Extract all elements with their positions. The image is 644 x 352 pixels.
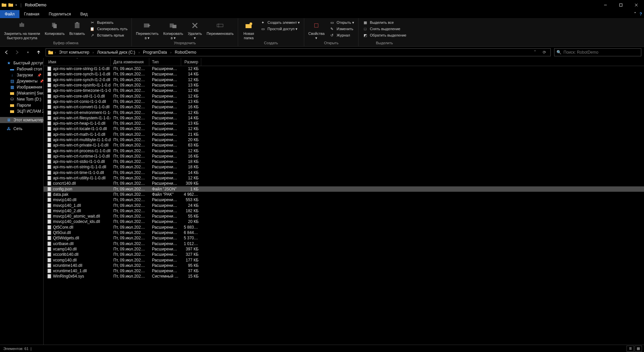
file-row[interactable]: api-ms-win-crt-private-l1-1-0.dllПт, 09.… bbox=[44, 142, 644, 148]
col-name-header[interactable]: Имя˄ bbox=[44, 58, 111, 66]
file-row[interactable]: vcruntime140_1.dllПт, 09.июл.2021 15:00Р… bbox=[44, 268, 644, 274]
file-row[interactable]: msvcp140.dllПт, 09.июл.2021 15:00Расшире… bbox=[44, 197, 644, 202]
paste-button[interactable]: Вставить bbox=[67, 19, 87, 36]
paste-shortcut-button[interactable]: ↗Вставить ярлык bbox=[88, 32, 129, 38]
file-row[interactable]: api-ms-win-crt-string-l1-1-0.dllПт, 09.и… bbox=[44, 164, 644, 170]
close-button[interactable] bbox=[629, 0, 644, 10]
sidebar-passwords[interactable]: Пароли bbox=[0, 102, 43, 108]
search-input[interactable] bbox=[564, 50, 639, 55]
sidebar-documents[interactable]: ▤Документы📌 bbox=[0, 78, 43, 84]
sidebar-network[interactable]: 🖧Сеть bbox=[0, 126, 43, 132]
ribbon-collapse-button[interactable]: ˄ bbox=[634, 11, 636, 17]
copy-to-button[interactable]: Копировать в ▾ bbox=[161, 19, 185, 40]
breadcrumb-programdata[interactable]: ProgramData bbox=[141, 50, 169, 55]
file-row[interactable]: vccorlib140.dllПт, 09.июл.2021 15:00Расш… bbox=[44, 252, 644, 257]
easy-access-button[interactable]: ▭Простой доступ ▾ bbox=[258, 26, 302, 32]
view-details-button[interactable]: ≣ bbox=[627, 346, 634, 352]
file-row[interactable]: concrt140.dllПт, 09.июл.2021 15:00Расшир… bbox=[44, 181, 644, 186]
file-row[interactable]: api-ms-win-core-synch-l1-1-0.dllПт, 09.и… bbox=[44, 71, 644, 77]
file-row[interactable]: data.pakПт, 09.июл.2021 15:00Файл "PAK"4… bbox=[44, 192, 644, 197]
file-row[interactable]: Qt5Gui.dllПт, 09.июл.2021 15:00Расширени… bbox=[44, 230, 644, 235]
search-box[interactable]: 🔍 bbox=[554, 48, 641, 56]
copy-button[interactable]: Копировать bbox=[43, 19, 66, 36]
breadcrumb-thispc[interactable]: Этот компьютер bbox=[57, 50, 91, 55]
tab-home[interactable]: Главная bbox=[19, 10, 44, 18]
file-row[interactable]: api-ms-win-core-sysinfo-l1-1-0.dllПт, 09… bbox=[44, 82, 644, 88]
refresh-button[interactable]: ⟳ bbox=[540, 48, 548, 56]
chevron-right-icon[interactable]: › bbox=[139, 51, 140, 54]
tab-file[interactable]: Файл bbox=[0, 10, 19, 18]
tab-share[interactable]: Поделиться bbox=[44, 10, 75, 18]
select-none-button[interactable]: □Снять выделение bbox=[361, 26, 409, 32]
nav-forward-button[interactable] bbox=[13, 49, 21, 56]
file-row[interactable]: vcomp140.dllПт, 09.июл.2021 15:00Расшире… bbox=[44, 257, 644, 262]
file-row[interactable]: msvcp140_atomic_wait.dllПт, 09.июл.2021 … bbox=[44, 214, 644, 219]
file-row[interactable]: api-ms-win-core-timezone-l1-1-0.dllПт, 0… bbox=[44, 88, 644, 93]
breadcrumb-disk[interactable]: Локальный диск (C:) bbox=[95, 50, 137, 55]
sidebar-newtom[interactable]: ⛁New Tom (D:) bbox=[0, 96, 43, 102]
new-item-button[interactable]: ✦Создать элемент ▾ bbox=[258, 19, 302, 25]
sidebar-quick-access[interactable]: ★Быстрый доступ bbox=[0, 60, 43, 66]
sidebar-ecp[interactable]: ЭЦП ИСЛАМ 2021 bbox=[0, 108, 43, 114]
file-row[interactable]: msvcp140_codecvt_ids.dllПт, 09.июл.2021 … bbox=[44, 219, 644, 224]
breadcrumb-folder[interactable]: RobotDemo bbox=[173, 50, 198, 55]
file-row[interactable]: api-ms-win-core-string-l1-1-0.dllПт, 09.… bbox=[44, 66, 644, 71]
move-to-button[interactable]: Переместить в ▾ bbox=[134, 19, 160, 40]
file-row[interactable]: api-ms-win-crt-time-l1-1-0.dllПт, 09.июл… bbox=[44, 170, 644, 175]
nav-recent-button[interactable]: ▾ bbox=[24, 49, 32, 56]
file-row[interactable]: api-ms-win-crt-stdio-l1-1-0.dllПт, 09.ию… bbox=[44, 159, 644, 164]
col-date-header[interactable]: Дата изменения bbox=[111, 58, 149, 66]
rename-button[interactable]: Переименовать bbox=[205, 19, 236, 36]
file-row[interactable]: api-ms-win-crt-process-l1-1-0.dllПт, 09.… bbox=[44, 148, 644, 153]
help-button[interactable]: ? bbox=[640, 12, 642, 16]
col-type-header[interactable]: Тип bbox=[149, 58, 181, 66]
address-bar[interactable]: › Этот компьютер › Локальный диск (C:) ›… bbox=[46, 48, 551, 56]
file-row[interactable]: api-ms-win-crt-convert-l1-1-0.dllПт, 09.… bbox=[44, 104, 644, 110]
file-row[interactable]: WinRing0x64.sysПт, 09.июл.2021 15:00Сист… bbox=[44, 274, 644, 279]
invert-selection-button[interactable]: ◩Обратить выделение bbox=[361, 32, 409, 38]
file-row[interactable]: api-ms-win-crt-heap-l1-1-0.dllПт, 09.июл… bbox=[44, 121, 644, 126]
tab-view[interactable]: Вид bbox=[75, 10, 92, 18]
file-row[interactable]: api-ms-win-core-util-l1-1-0.dllПт, 09.ию… bbox=[44, 93, 644, 99]
sidebar-downloads[interactable]: ↓Загрузки📌 bbox=[0, 72, 43, 78]
file-list[interactable]: api-ms-win-core-string-l1-1-0.dllПт, 09.… bbox=[44, 66, 644, 345]
nav-back-button[interactable] bbox=[3, 49, 10, 56]
file-row[interactable]: api-ms-win-crt-filesystem-l1-1-0.dllПт, … bbox=[44, 115, 644, 121]
maximize-button[interactable] bbox=[613, 0, 629, 10]
file-row[interactable]: api-ms-win-crt-environment-l1-1-0.dllПт,… bbox=[44, 110, 644, 115]
nav-up-button[interactable] bbox=[35, 49, 42, 56]
minimize-button[interactable] bbox=[598, 0, 613, 10]
file-row[interactable]: api-ms-win-core-synch-l1-2-0.dllПт, 09.и… bbox=[44, 77, 644, 82]
view-icons-button[interactable]: ▦ bbox=[635, 346, 642, 352]
file-row[interactable]: api-ms-win-crt-runtime-l1-1-0.dllПт, 09.… bbox=[44, 154, 644, 159]
edit-button[interactable]: ✎Изменить bbox=[327, 26, 356, 32]
chevron-right-icon[interactable]: › bbox=[93, 51, 94, 54]
file-row[interactable]: api-ms-win-crt-locale-l1-1-0.dllПт, 09.и… bbox=[44, 126, 644, 131]
chevron-right-icon[interactable]: › bbox=[170, 51, 171, 54]
file-row[interactable]: config.jsonПт, 09.июл.2021 15:00Файл "JS… bbox=[44, 186, 644, 192]
open-button[interactable]: ▭Открыть ▾ bbox=[327, 19, 356, 25]
address-dropdown-button[interactable]: ˅ bbox=[531, 48, 539, 56]
file-row[interactable]: api-ms-win-crt-math-l1-1-0.dllПт, 09.июл… bbox=[44, 132, 644, 137]
sidebar-pictures[interactable]: ▦Изображения📌 bbox=[0, 84, 43, 90]
file-row[interactable]: Qt5Widgets.dllПт, 09.июл.2021 15:00Расши… bbox=[44, 235, 644, 241]
sidebar-desktop[interactable]: ▬Рабочий стол📌 bbox=[0, 66, 43, 72]
col-size-header[interactable]: Размер bbox=[181, 58, 201, 66]
file-row[interactable]: msvcp140_1.dllПт, 09.июл.2021 15:00Расши… bbox=[44, 202, 644, 208]
file-row[interactable]: msvcp140_2.dllПт, 09.июл.2021 15:00Расши… bbox=[44, 208, 644, 214]
chevron-right-icon[interactable]: › bbox=[55, 51, 56, 54]
copy-path-button[interactable]: 📋Скопировать путь bbox=[88, 26, 129, 32]
new-folder-button[interactable]: Новая папка bbox=[240, 19, 258, 40]
cut-button[interactable]: ✂Вырезать bbox=[88, 19, 129, 25]
history-button[interactable]: ↺Журнал bbox=[327, 32, 356, 38]
file-row[interactable]: api-ms-win-crt-multibyte-l1-1-0.dllПт, 0… bbox=[44, 137, 644, 142]
file-row[interactable]: Qt5Core.dllПт, 09.июл.2021 15:00Расширен… bbox=[44, 225, 644, 230]
file-row[interactable]: ucrtbase.dllПт, 09.июл.2021 15:00Расшире… bbox=[44, 241, 644, 246]
delete-button[interactable]: Удалить ▾ bbox=[186, 19, 204, 40]
file-row[interactable]: vcamp140.dllПт, 09.июл.2021 15:00Расшире… bbox=[44, 246, 644, 252]
file-row[interactable]: vcruntime140.dllПт, 09.июл.2021 15:00Рас… bbox=[44, 263, 644, 268]
file-row[interactable]: api-ms-win-crt-conio-l1-1-0.dllПт, 09.ию… bbox=[44, 99, 644, 104]
qa-dropdown-icon[interactable]: ▾ bbox=[15, 3, 18, 7]
select-all-button[interactable]: ▦Выделить все bbox=[361, 19, 409, 25]
pin-quickaccess-button[interactable]: Закрепить на панели быстрого доступа bbox=[2, 19, 42, 40]
